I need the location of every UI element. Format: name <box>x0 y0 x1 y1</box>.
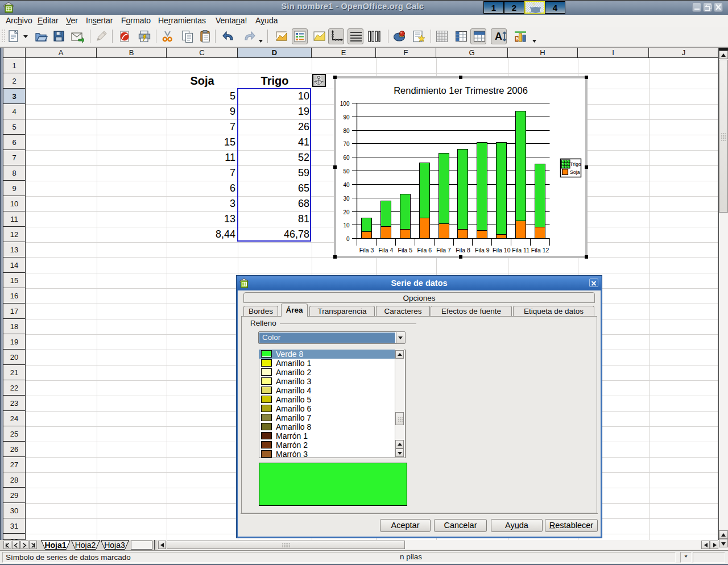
svg-text:Fila 4: Fila 4 <box>379 247 394 254</box>
svg-text:Fila 6: Fila 6 <box>417 247 432 254</box>
svg-text:20: 20 <box>343 209 350 215</box>
svg-text:10: 10 <box>343 222 350 229</box>
svg-text:80: 80 <box>343 128 350 134</box>
svg-text:90: 90 <box>343 114 350 121</box>
svg-text:40: 40 <box>343 182 350 188</box>
svg-text:Soja: Soja <box>570 169 580 175</box>
svg-text:Fila 12: Fila 12 <box>531 247 549 254</box>
svg-text:Fila 11: Fila 11 <box>512 247 530 254</box>
svg-text:Fila 3: Fila 3 <box>359 247 374 254</box>
svg-text:50: 50 <box>343 168 350 175</box>
svg-text:Fila 8: Fila 8 <box>456 247 470 254</box>
svg-text:Fila 9: Fila 9 <box>475 247 490 254</box>
svg-text:Fila 5: Fila 5 <box>398 247 412 254</box>
svg-text:100: 100 <box>340 101 350 107</box>
svg-text:0: 0 <box>346 236 350 242</box>
svg-text:30: 30 <box>343 196 350 202</box>
svg-text:Fila 7: Fila 7 <box>436 247 451 254</box>
svg-text:Fila 10: Fila 10 <box>493 247 511 254</box>
svg-text:Trigo: Trigo <box>570 161 581 167</box>
svg-text:A: A <box>495 31 502 42</box>
svg-text:5: 5 <box>516 36 519 41</box>
svg-text:Rendimiento 1er Trimestre 2006: Rendimiento 1er Trimestre 2006 <box>394 85 528 95</box>
svg-text:60: 60 <box>343 155 350 161</box>
svg-text:70: 70 <box>343 141 350 147</box>
